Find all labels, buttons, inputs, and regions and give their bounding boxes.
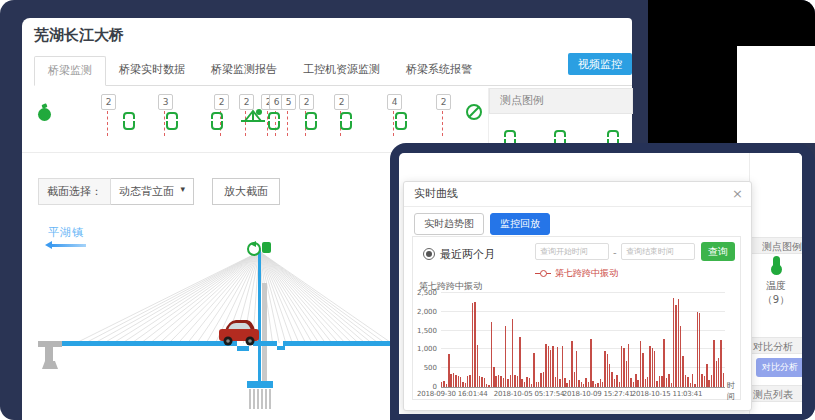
chart-bar [663,339,664,388]
app-tab-3[interactable]: 工控机资源监测 [290,56,393,86]
no-entry-icon[interactable] [466,104,482,120]
chart-bar [685,375,686,387]
chart-bar [656,381,657,387]
chart-bar [495,376,496,387]
chart-bar [538,382,539,387]
point-list-header: 测点列表 [750,385,802,402]
chart-bar [604,351,605,387]
dialog-header: 实时曲线 × [404,182,751,207]
dialog-tab-0[interactable]: 实时趋势图 [414,213,484,235]
legend-marker-icon [535,273,551,274]
dialog-title: 实时曲线 [414,182,458,206]
chart-bar [680,326,681,387]
query-chart-container: 最近两个月 - 查询 第七跨跨中振动 第七跨跨中振动 05001,0001,50… [412,236,741,400]
range-radio[interactable] [423,248,435,260]
background-window-sliver [737,46,815,143]
app-tab-4[interactable]: 桥梁系统报警 [393,56,485,86]
app-tab-1[interactable]: 桥梁实时数据 [106,56,198,86]
chart-bar [555,377,556,387]
sensor-link-icon[interactable] [395,112,407,130]
thermometer-icon [773,256,780,268]
chart-bar [493,367,494,387]
chart-bar [526,377,527,387]
chart-bar [453,373,454,387]
chart-bar [559,379,560,387]
chart-bar [716,361,717,387]
bridge-sensor-icon[interactable] [240,106,266,128]
chart-bar [654,351,655,387]
chart-xtick-label: 2018-10-15 11:03:41 [632,390,703,398]
chart-bar [694,384,695,387]
end-time-input[interactable] [621,243,695,260]
zoom-section-button[interactable]: 放大截面 [212,178,280,205]
sensor-link-icon[interactable] [123,112,135,130]
chart-xaxis-name: 时间 [727,380,740,402]
sensor-link-icon[interactable] [305,112,317,130]
clock-icon[interactable] [38,108,51,121]
sensor-count-badge: 2 [299,94,314,110]
chart-bar [462,382,463,387]
sensor-link-icon[interactable] [268,112,280,130]
app-tab-2[interactable]: 桥梁监测报告 [198,56,290,86]
chart-bar [720,340,721,387]
chart-xtick-label: 2018-10-05 05:17:54 [494,390,565,398]
chart-bar [574,372,575,387]
chart-bar [517,376,518,387]
chart-bar [581,382,582,387]
range-separator: - [613,247,617,258]
range-radio-label: 最近两个月 [440,247,495,262]
chart-bar [498,375,499,387]
sensor-link-icon[interactable] [166,112,178,130]
bridge-diagram: 平湖镇 [22,223,392,420]
chart-bar [557,347,558,387]
section-select-dropdown[interactable]: 动态背立面 ▾ [111,178,194,205]
app-tab-0[interactable]: 桥梁监测 [34,56,106,86]
query-button[interactable]: 查询 [701,242,735,261]
chart-bar [562,346,563,387]
sensor-link-icon[interactable] [211,112,223,130]
chart-bar [519,337,520,387]
dialog-tab-1[interactable]: 监控回放 [490,213,550,235]
section-select-value: 动态背立面 [119,184,174,199]
desktop-black-area [648,0,737,143]
chart-bar [441,382,442,387]
chart-bar [704,376,705,387]
chart-bar [592,381,593,387]
chart-bar [510,375,511,387]
chart-bar [521,379,522,387]
tower-sensor-icon[interactable] [248,241,271,255]
temperature-count: （9） [750,293,802,307]
chart-bar [486,384,487,387]
chart-bar [479,376,480,387]
chart-bar [524,382,525,387]
video-monitor-button[interactable]: 视频监控 [568,53,632,75]
chart-bar [491,322,492,387]
close-icon[interactable]: × [732,186,743,202]
chart-bar [621,346,622,387]
sensor-link-icon[interactable] [340,112,352,130]
chart-bar [600,379,601,387]
chart-bar [708,380,709,387]
compare-analysis-button[interactable]: 对比分析 [756,358,802,377]
chart-gridline [441,348,725,349]
section-select-bar: 截面选择： 动态背立面 ▾ 放大截面 [38,178,280,204]
chart-bar [611,372,612,387]
tower-piles [250,389,270,409]
chart-bar [699,313,700,387]
chart-bar [529,378,530,387]
chart-bar [626,361,627,387]
chart-bar [455,375,456,387]
dialog-tabs: 实时趋势图监控回放 [414,213,550,235]
screen: 芜湖长江大桥 桥梁监测桥梁实时数据桥梁监测报告工控机资源监测桥梁系统报警 视频监… [0,0,815,420]
start-time-input[interactable] [535,243,609,260]
chart-gridline [441,292,725,293]
temperature-sensor-item[interactable]: 温度 （9） [750,253,802,307]
chart-bar [635,374,636,387]
front-app-window: 测点图例 温度 （9） 对比分析 对比分析 测点列表 实时曲线 × 实时趋势图监… [390,143,815,420]
caret-down-icon: ▾ [180,184,185,199]
chart-bar [614,379,615,387]
section-select-label: 截面选择： [38,178,111,205]
chart-bar [443,381,444,387]
chart-bar [619,382,620,387]
chart-bar [633,382,634,387]
